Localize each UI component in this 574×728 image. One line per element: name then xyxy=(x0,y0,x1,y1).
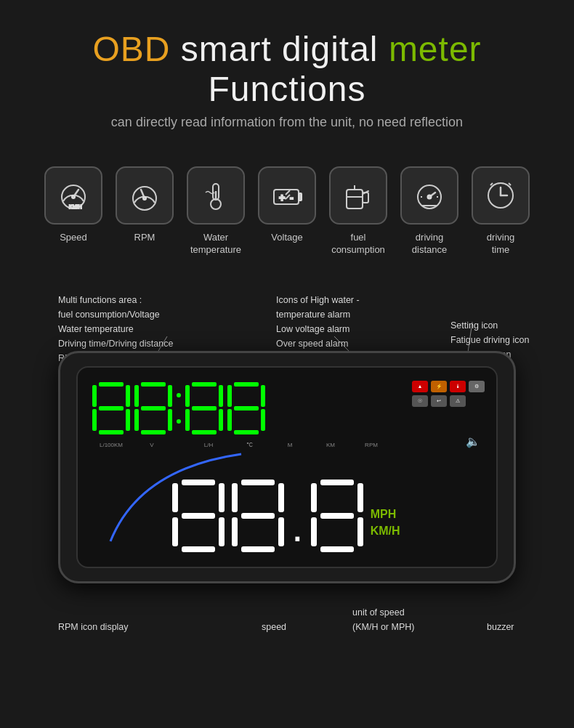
speed-unit-display: MPH KM/H xyxy=(371,506,400,539)
water-temp-label: Watertemperature xyxy=(190,232,241,256)
indicator-4: ⚙ xyxy=(469,381,485,392)
svg-line-33 xyxy=(509,183,511,185)
left-segment-display: L/100KM V L/H ℃ M KM RPM xyxy=(92,382,390,448)
colon-separator xyxy=(177,382,181,434)
voltage-label: Voltage xyxy=(271,232,302,244)
buzzer-indicator: 🔈 xyxy=(466,434,480,448)
decimal-dot: . xyxy=(291,505,304,549)
annotation-speed: speed xyxy=(262,620,286,634)
feature-speed: KM/H Speed xyxy=(44,166,102,256)
indicator-6: ↩ xyxy=(431,395,447,407)
fuel-icon xyxy=(341,178,376,213)
large-digit-2 xyxy=(232,480,284,552)
speedometer-icon: KM/H xyxy=(56,178,91,213)
indicator-1: ▲ xyxy=(412,381,428,392)
feature-voltage: + - Voltage xyxy=(258,166,316,256)
clock-icon xyxy=(483,178,518,213)
annotation-unit-speed: unit of speed (KM/H or MPH) xyxy=(352,605,414,634)
gauge-icon xyxy=(412,178,447,213)
seg-digit-2 xyxy=(134,382,172,434)
large-digit-3 xyxy=(311,480,363,552)
indicator-row-2: ☉ ↩ ⚠ xyxy=(412,395,485,407)
green-digit-row xyxy=(92,382,390,434)
rpm-icon xyxy=(127,178,162,213)
svg-point-6 xyxy=(143,197,146,200)
feature-water-temp: Watertemperature xyxy=(187,166,245,256)
rpm-label: RPM xyxy=(134,232,155,244)
annotation-buzzer: buzzer xyxy=(487,620,514,634)
driving-time-label: drivingtime xyxy=(487,232,514,256)
title-smart: smart digital xyxy=(181,30,389,68)
thermometer-icon xyxy=(198,178,233,213)
indicator-7: ⚠ xyxy=(450,395,466,407)
speed-label: Speed xyxy=(60,232,87,244)
features-row: KM/H Speed RPM Watertempera xyxy=(0,145,574,264)
fuel-label: fuelconsumption xyxy=(331,232,385,256)
indicator-3: 🌡 xyxy=(450,381,466,392)
diagram-section: Multi functions area : fuel consumption/… xyxy=(22,278,552,642)
unit-km: KM xyxy=(312,442,349,448)
svg-text:-: - xyxy=(290,192,294,203)
svg-rect-10 xyxy=(274,190,299,204)
mph-label: MPH xyxy=(371,506,400,522)
svg-rect-18 xyxy=(347,190,363,209)
speed-icon-box: KM/H xyxy=(44,166,102,225)
device-display: L/100KM V L/H ℃ M KM RPM ▲ ⚡ xyxy=(58,351,516,583)
kmh-label: KM/H xyxy=(371,523,400,539)
page-subtitle: can directly read information from the u… xyxy=(15,115,559,130)
svg-point-2 xyxy=(72,195,75,198)
device-outer-frame: L/100KM V L/H ℃ M KM RPM ▲ ⚡ xyxy=(58,351,516,583)
feature-fuel: fuelconsumption xyxy=(329,166,387,256)
annotation-rpm-display: RPM icon display xyxy=(58,620,129,634)
right-indicator-icons: ▲ ⚡ 🌡 ⚙ ☉ ↩ ⚠ xyxy=(412,381,485,407)
water-temp-icon-box xyxy=(187,166,245,225)
unit-rpm: RPM xyxy=(352,442,390,448)
feature-driving-time: drivingtime xyxy=(472,166,530,256)
svg-rect-11 xyxy=(299,193,302,201)
fuel-icon-box xyxy=(329,166,387,225)
svg-text:+: + xyxy=(279,192,285,203)
driving-time-icon-box xyxy=(472,166,530,225)
svg-point-26 xyxy=(428,195,432,199)
feature-driving-distance: drivingdistance xyxy=(400,166,458,256)
title-obd: OBD xyxy=(92,30,170,68)
indicator-5: ☉ xyxy=(412,395,428,407)
page-title: OBD smart digital meter Functions xyxy=(15,29,559,109)
title-meter: meter xyxy=(389,30,482,68)
seg-digit-3 xyxy=(185,382,223,434)
voltage-icon-box: + - xyxy=(258,166,316,225)
svg-line-32 xyxy=(490,183,493,185)
driving-distance-icon-box xyxy=(400,166,458,225)
header-section: OBD smart digital meter Functions can di… xyxy=(0,0,574,145)
svg-point-8 xyxy=(211,199,221,209)
title-functions: Functions xyxy=(208,70,365,108)
indicator-row-1: ▲ ⚡ 🌡 ⚙ xyxy=(412,381,485,392)
seg-digit-4 xyxy=(227,382,265,434)
device-screen: L/100KM V L/H ℃ M KM RPM ▲ ⚡ xyxy=(76,366,498,568)
driving-distance-label: drivingdistance xyxy=(412,232,447,256)
unit-m: M xyxy=(271,442,309,448)
rpm-icon-box xyxy=(116,166,174,225)
indicator-2: ⚡ xyxy=(431,381,447,392)
svg-text:KM/H: KM/H xyxy=(69,204,82,209)
battery-icon: + - xyxy=(270,178,304,213)
feature-rpm: RPM xyxy=(116,166,174,256)
large-digit-1 xyxy=(172,480,225,552)
seg-digit-1 xyxy=(92,382,130,434)
speed-display: . MPH KM/H xyxy=(172,480,400,552)
